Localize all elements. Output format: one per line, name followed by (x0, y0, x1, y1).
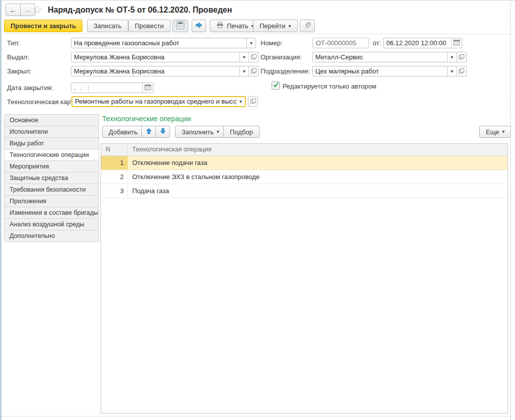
close-date-calendar-button[interactable] (142, 83, 153, 93)
column-header-operation[interactable]: Технологическая операция (128, 144, 212, 155)
organization-open-button[interactable] (456, 52, 466, 62)
number-label: Номер: (261, 39, 283, 47)
table-row[interactable]: 2 Отключение ЭХЗ в стальном газопроводе (101, 170, 507, 184)
close-date-field[interactable]: . . : (71, 82, 153, 93)
dropdown-caret-icon: ▾ (239, 99, 242, 104)
open-record-icon (458, 67, 465, 76)
sidebar-item-brigade-changes[interactable]: Изменения в составе бригады (4, 207, 99, 219)
attachments-button[interactable] (300, 20, 315, 32)
tech-card-open-button[interactable] (248, 96, 258, 107)
issued-by-value: Меркулова Жанна Борисовна (71, 52, 239, 62)
department-dropdown-button[interactable]: ▾ (447, 66, 456, 76)
author-only-checkbox[interactable] (272, 81, 280, 90)
forward-icon: → (24, 6, 31, 14)
add-row-button[interactable]: Добавить (102, 126, 144, 138)
sidebar-item-tech-operations[interactable]: Технологические операции (4, 149, 99, 161)
back-icon: ← (10, 6, 17, 14)
closed-by-dropdown-button[interactable]: ▾ (239, 66, 248, 76)
row-number: 3 (101, 184, 128, 198)
tech-card-dropdown-button[interactable]: ▾ (236, 97, 245, 106)
issued-by-dropdown-button[interactable]: ▾ (239, 52, 248, 62)
post-button[interactable]: Провести (128, 20, 170, 32)
open-record-icon (458, 53, 465, 62)
open-record-icon (250, 53, 257, 62)
issued-by-open-button[interactable] (248, 52, 259, 62)
register-records-button[interactable] (173, 20, 188, 32)
dropdown-caret-icon: ▾ (250, 41, 252, 46)
row-operation: Отключение подачи газа (128, 156, 207, 170)
type-dropdown-button[interactable]: ▾ (246, 38, 255, 48)
table-row[interactable]: 3 Подача газа (101, 184, 507, 198)
open-record-icon (250, 97, 256, 106)
sidebar-item-main[interactable]: Основное (4, 114, 99, 126)
more-button[interactable]: Еще ▾ (479, 126, 511, 138)
sidebar-item-measures[interactable]: Мероприятия (4, 160, 99, 173)
dropdown-caret-icon: ▾ (451, 69, 453, 74)
type-label: Тип: (7, 39, 20, 47)
department-value: Цех малярных работ (313, 66, 447, 76)
number-field[interactable]: ОТ-00000005 (312, 38, 369, 48)
document-date-field[interactable]: 06.12.2020 12:00:00 (383, 38, 462, 48)
table-row[interactable]: 1 Отключение подачи газа (101, 156, 507, 170)
more-label: Еще (486, 128, 499, 136)
issued-by-label: Выдал: (7, 53, 29, 61)
dropdown-caret-icon: ▾ (243, 69, 245, 74)
back-button[interactable]: ← (6, 4, 21, 16)
window-top-border (0, 0, 515, 1)
row-number: 1 (101, 156, 128, 170)
page-title: Наряд-допуск № ОТ-5 от 06.12.2020. Прове… (48, 6, 232, 15)
print-label: Печать (227, 22, 248, 30)
pick-button[interactable]: Подбор (223, 126, 260, 138)
window-right-splitter[interactable] (510, 0, 511, 420)
tech-card-field[interactable]: Ремонтные работы на газопроводах среднег… (71, 96, 246, 107)
column-header-n[interactable]: N (101, 144, 128, 155)
closed-by-value: Меркулова Жанна Борисовна (71, 66, 239, 76)
sidebar-item-attachments[interactable]: Приложения (4, 195, 99, 207)
blue-down-arrow-icon (160, 127, 166, 136)
closed-by-open-button[interactable] (248, 66, 259, 76)
navigate-label: Перейти (260, 22, 286, 30)
organization-value: Металл-Сервис (313, 52, 447, 62)
printer-icon (216, 22, 224, 30)
favorite-star-icon[interactable]: ☆ (33, 4, 42, 16)
post-and-close-button[interactable]: Провести и закрыть (4, 20, 82, 32)
post-document-button[interactable] (192, 20, 206, 32)
calendar-icon (144, 83, 151, 93)
close-date-value: . . : (71, 83, 142, 93)
document-date-calendar-button[interactable] (451, 38, 462, 48)
paperclip-icon (304, 22, 311, 31)
dropdown-caret-icon: ▾ (451, 55, 453, 60)
tech-card-value: Ремонтные работы на газопроводах среднег… (72, 97, 236, 106)
sidebar-item-protective-equipment[interactable]: Защитные средства (4, 172, 99, 184)
issued-by-field[interactable]: Меркулова Жанна Борисовна ▾ (71, 52, 259, 62)
close-date-label: Дата закрытия: (7, 84, 53, 92)
form-sections-sidebar: Основное Исполнители Виды работ Технолог… (4, 114, 99, 242)
department-label: Подразделение: (261, 67, 310, 75)
department-open-button[interactable] (456, 66, 466, 76)
move-down-button[interactable] (155, 126, 169, 137)
move-up-button[interactable] (142, 126, 155, 137)
department-field[interactable]: Цех малярных работ ▾ (312, 66, 467, 76)
sidebar-item-work-types[interactable]: Виды работ (4, 137, 99, 149)
write-button[interactable]: Записать (87, 20, 128, 32)
closed-by-field[interactable]: Меркулова Жанна Борисовна ▾ (71, 66, 259, 76)
sidebar-item-air-analysis[interactable]: Анализ воздушной среды (4, 218, 99, 230)
fill-dropdown-caret-icon: ▾ (217, 129, 219, 134)
check-icon (273, 81, 279, 90)
sidebar-item-executors[interactable]: Исполнители (4, 126, 99, 138)
type-value: На проведение газоопасных работ (71, 38, 246, 48)
document-date-value: 06.12.2020 12:00:00 (384, 38, 451, 48)
type-field[interactable]: На проведение газоопасных работ ▾ (71, 38, 256, 48)
calculator-icon (176, 21, 185, 31)
pick-label: Подбор (230, 128, 253, 136)
sidebar-item-additional[interactable]: Дополнительно (4, 230, 99, 242)
navigate-button[interactable]: Перейти ▾ (253, 20, 298, 32)
organization-dropdown-button[interactable]: ▾ (447, 52, 456, 62)
closed-by-label: Закрыл: (7, 67, 32, 75)
sidebar-item-safety-requirements[interactable]: Требования безопасности (4, 184, 99, 196)
work-permit-window: ← → ☆ Наряд-допуск № ОТ-5 от 06.12.2020.… (0, 0, 515, 420)
organization-field[interactable]: Металл-Сервис ▾ (312, 52, 467, 62)
fill-button[interactable]: Заполнить ▾ (175, 126, 226, 138)
navigate-dropdown-caret-icon: ▾ (289, 24, 291, 29)
add-row-label: Добавить (109, 128, 137, 136)
